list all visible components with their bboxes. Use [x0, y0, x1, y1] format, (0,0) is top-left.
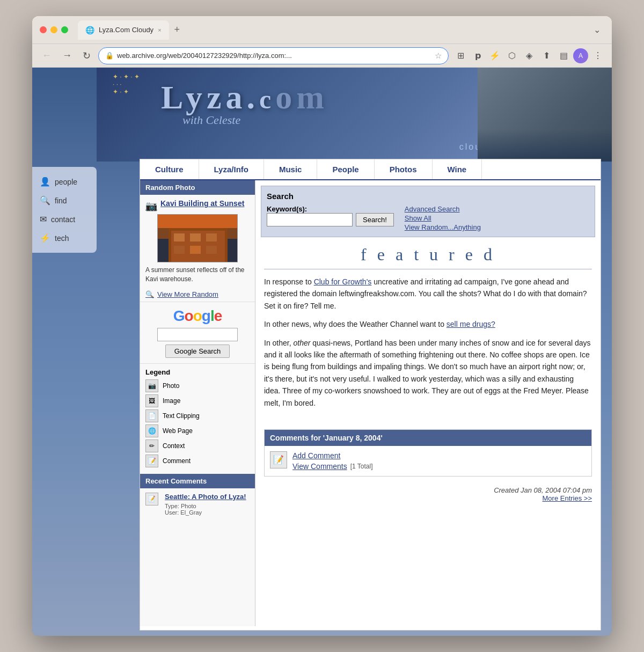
nav-wine[interactable]: Wine: [433, 159, 482, 179]
view-more-random-link[interactable]: 🔍 View More Random: [140, 287, 255, 302]
random-photo-link[interactable]: Kavi Building at Sunset: [160, 199, 244, 208]
browser-toolbar: ← → ↻ 🔒 ☆ ⊞ 𝗽 ⚡ ⬡ ◈ ⬆ ▤ A ⋮: [32, 44, 612, 68]
people-icon: 👤: [40, 177, 50, 187]
random-photo-image[interactable]: [157, 214, 238, 262]
search-links: Advanced Search Show All View Random...A…: [405, 205, 481, 231]
contact-icon: ✉: [40, 214, 47, 224]
view-random-link[interactable]: View Random...Anything: [405, 223, 481, 231]
browser-tab[interactable]: 🌐 Lyza.Com Cloudy ×: [78, 20, 169, 40]
site-navigation: Culture Lyza/Info Music People Photos Wi…: [140, 159, 601, 180]
club-for-growth-link[interactable]: Club for Growth's: [314, 277, 372, 286]
browser-window: 🌐 Lyza.Com Cloudy × + ⌄ ← → ↻ 🔒 ☆ ⊞ 𝗽 ⚡ …: [32, 16, 612, 636]
show-all-link[interactable]: Show All: [405, 214, 481, 222]
stars-decoration: ✦ · ✦ · ✦· · ·✦ · ✦: [113, 73, 140, 96]
legend-title: Legend: [145, 368, 250, 376]
tab-favicon: 🌐: [85, 26, 94, 34]
recent-comments-section: 📝 Seattle: A Photo of Lyza! Type: Photo …: [140, 488, 255, 522]
svg-rect-3: [158, 215, 238, 228]
nav-music[interactable]: Music: [264, 159, 318, 179]
google-logo: Google: [145, 307, 250, 325]
color-icon[interactable]: ⬡: [504, 48, 519, 63]
right-column: Search Keyword(s): Search! Advanced Sea: [255, 180, 601, 626]
toolbar-icons: ⊞ 𝗽 ⚡ ⬡ ◈ ⬆ ▤ A ⋮: [453, 48, 605, 63]
header-image: [478, 68, 612, 162]
legend-photo: 📷 Photo: [145, 379, 250, 392]
advanced-search-link[interactable]: Advanced Search: [405, 205, 481, 213]
close-tab-button[interactable]: ×: [158, 27, 161, 33]
keyword-input[interactable]: [267, 213, 353, 226]
comment-count: [1 Total]: [350, 463, 373, 470]
bookmark-star-icon[interactable]: ☆: [435, 51, 442, 61]
nav-culture[interactable]: Culture: [140, 159, 199, 179]
address-bar-container: 🔒 ☆: [98, 47, 449, 64]
site-header: ✦ · ✦ · ✦· · ·✦ · ✦ Lyza.com with Celest…: [97, 68, 612, 162]
sidebar-tech-label: tech: [55, 234, 69, 243]
tab-bar: 🌐 Lyza.Com Cloudy × +: [78, 20, 584, 40]
minimize-button[interactable]: [50, 26, 57, 33]
legend-context-label: Context: [163, 442, 185, 450]
article-p1-prefix: In response to: [264, 277, 314, 286]
view-comments-link[interactable]: View Comments: [292, 462, 347, 471]
random-photo-title[interactable]: 📷 Kavi Building at Sunset: [140, 195, 255, 214]
back-button[interactable]: ←: [39, 48, 55, 63]
sidebar-toggle-icon[interactable]: ▤: [556, 48, 571, 63]
nav-people[interactable]: People: [317, 159, 374, 179]
tech-icon: ⚡: [40, 233, 50, 243]
address-bar[interactable]: [117, 52, 435, 60]
sidebar-item-find[interactable]: 🔍 find: [32, 191, 97, 210]
google-search-input[interactable]: [157, 328, 238, 341]
legend-photo-icon: 📷: [145, 379, 158, 392]
legend-image-icon: 🖼: [145, 394, 158, 407]
extensions2-icon[interactable]: ◈: [522, 48, 537, 63]
extension-icon[interactable]: ⚡: [487, 48, 502, 63]
legend-text-label: Text Clipping: [163, 412, 200, 420]
legend-comment: 📝 Comment: [145, 455, 250, 467]
comments-body: 📝 Add Comment View Comments [1 Total]: [265, 446, 591, 476]
svg-rect-10: [190, 246, 201, 254]
comments-section: Comments for 'January 8, 2004' 📝 Add Com…: [264, 429, 592, 477]
article-body: In response to Club for Growth's uncreat…: [255, 276, 601, 424]
legend-comment-icon: 📝: [145, 455, 158, 467]
recent-comments-header: Recent Comments: [140, 474, 255, 488]
refresh-button[interactable]: ↻: [79, 48, 94, 64]
new-tab-button[interactable]: +: [174, 24, 180, 35]
random-photo-caption: A summer sunset reflects off of the Kavi…: [140, 262, 255, 287]
wayback-icon[interactable]: ⊞: [453, 48, 468, 63]
secure-icon: 🔒: [105, 52, 114, 60]
sell-me-drugs-link[interactable]: sell me drugs?: [447, 320, 495, 328]
close-button[interactable]: [40, 26, 47, 33]
forward-button[interactable]: →: [59, 48, 75, 63]
more-entries-link[interactable]: More Entries >>: [264, 494, 592, 502]
sidebar-item-tech[interactable]: ⚡ tech: [32, 229, 97, 247]
pinterest-icon[interactable]: 𝗽: [470, 48, 485, 63]
view-more-label[interactable]: View More Random: [157, 290, 218, 298]
window-menu-button[interactable]: ⌄: [589, 23, 604, 38]
nav-photos[interactable]: Photos: [375, 159, 433, 179]
legend-image-label: Image: [163, 397, 180, 405]
sidebar-item-people[interactable]: 👤 people: [32, 172, 97, 191]
add-comment-link[interactable]: Add Comment: [292, 451, 372, 460]
more-options-button[interactable]: ⋮: [590, 48, 605, 63]
page-content: ✦ · ✦ · ✦· · ·✦ · ✦ Lyza.com with Celest…: [32, 68, 612, 636]
share-icon[interactable]: ⬆: [539, 48, 554, 63]
traffic-lights: [40, 26, 68, 33]
search-circle-icon: 🔍: [145, 290, 154, 298]
main-panel: Culture Lyza/Info Music People Photos Wi…: [140, 159, 601, 631]
search-button[interactable]: Search!: [356, 213, 394, 226]
legend-web-icon: 🌐: [145, 424, 158, 437]
camera-icon: 📷: [145, 200, 157, 212]
nav-lyza-info[interactable]: Lyza/Info: [199, 159, 264, 179]
svg-rect-9: [174, 246, 185, 254]
sidebar-item-contact[interactable]: ✉ contact: [32, 210, 97, 229]
svg-rect-6: [174, 233, 185, 241]
sidebar-find-label: find: [55, 196, 67, 205]
recent-comment-user: User: El_Gray: [165, 509, 246, 516]
maximize-button[interactable]: [61, 26, 68, 33]
google-search-button[interactable]: Google Search: [165, 345, 230, 358]
featured-heading: f e a t u r e d: [264, 245, 592, 269]
search-input-row: Search!: [267, 213, 394, 226]
legend-context-icon: ✏: [145, 439, 158, 452]
user-avatar[interactable]: A: [573, 48, 588, 63]
recent-comment-title[interactable]: Seattle: A Photo of Lyza!: [165, 493, 246, 501]
article-paragraph-3: In other, other quasi-news, Portland has…: [264, 337, 592, 409]
